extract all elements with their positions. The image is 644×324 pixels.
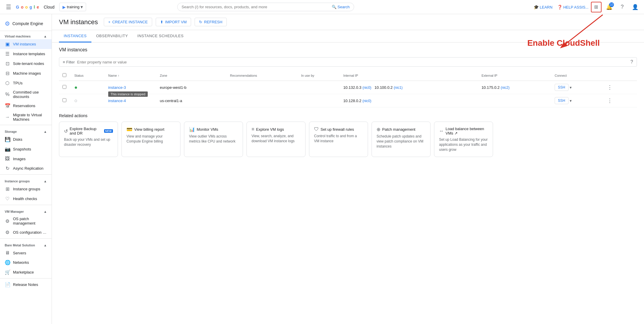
- action-card-firewall[interactable]: 🛡 Set up firewall rules Control traffic …: [309, 122, 368, 157]
- action-card-vm-logs[interactable]: ≡ Explore VM logs View, search, analyze,…: [247, 122, 305, 157]
- page-title: VM instances: [59, 18, 98, 26]
- section-vm-manager[interactable]: VM Manager ▲: [0, 206, 52, 215]
- notifications-button[interactable]: 🔔 10: [604, 2, 615, 12]
- instance-4-link[interactable]: instance-4: [108, 99, 126, 103]
- divider-2: [0, 174, 52, 175]
- ssh-dropdown-icon-2[interactable]: ▾: [570, 99, 572, 103]
- instance-4-checkbox[interactable]: [63, 98, 66, 102]
- action-card-billing[interactable]: 💳 View billing report View and manage yo…: [121, 122, 180, 157]
- sidebar-item-health-checks[interactable]: ♡ Health checks: [0, 194, 52, 204]
- col-header-connect: Connect: [551, 70, 601, 81]
- nic0-link[interactable]: (nic0): [362, 86, 371, 90]
- row-recommendations: [226, 81, 298, 94]
- tab-instance-schedules[interactable]: INSTANCE SCHEDULES: [133, 30, 188, 42]
- backup-dr-icon: ↺: [64, 128, 68, 134]
- sidebar-item-label: TPUs: [13, 81, 23, 85]
- sidebar-item-networks[interactable]: 🌐 Networks: [0, 258, 52, 267]
- action-card-load-balance[interactable]: ↔ Load balance between VMs ↗ Set up Load…: [434, 122, 493, 157]
- section-storage-chevron: ▲: [44, 130, 47, 133]
- sidebar-item-label: Migrate to Virtual Machines: [13, 113, 47, 122]
- action-card-desc: Set up Load Balancing for your applicati…: [439, 137, 488, 152]
- nic2-link[interactable]: (nic2): [501, 86, 510, 90]
- sidebar-item-tpus[interactable]: ⬡ TPUs: [0, 78, 52, 88]
- account-button[interactable]: 👤: [630, 2, 640, 12]
- section-instance-groups[interactable]: Instance groups ▲: [0, 176, 52, 184]
- col-header-in-use-by: In use by: [298, 70, 340, 81]
- col-header-name[interactable]: Name ↑: [105, 70, 156, 81]
- related-actions-header: Related actions: [59, 113, 637, 118]
- col-header-actions: [601, 70, 637, 81]
- compute-engine-icon: ⚙: [5, 20, 10, 27]
- compute-engine-header: ⚙ Compute Engine: [0, 17, 52, 31]
- project-selector[interactable]: ▶ training ▾: [59, 3, 86, 11]
- sidebar-item-label: Instance groups: [13, 187, 40, 191]
- sidebar-item-disks[interactable]: 💾 Disks: [0, 135, 52, 144]
- sidebar-item-servers[interactable]: 🖥 Servers: [0, 248, 52, 258]
- help-button[interactable]: ?: [617, 2, 627, 12]
- sidebar-item-committed-use[interactable]: % Committed use discounts: [0, 88, 52, 101]
- learn-link[interactable]: 🎓 LEARN: [534, 5, 553, 9]
- sidebar-item-marketplace[interactable]: 🛒 Marketplace: [0, 267, 52, 277]
- sidebar-item-vm-instances[interactable]: ▣ VM instances: [0, 39, 52, 49]
- tab-instances[interactable]: INSTANCES: [59, 30, 91, 42]
- marketplace-icon: 🛒: [5, 269, 10, 275]
- table-header-row: Status Name ↑ Zone Recommendations In us…: [59, 70, 637, 81]
- tab-observability[interactable]: OBSERVABILITY: [91, 30, 133, 42]
- sidebar-item-os-patch[interactable]: ⚙ OS patch management: [0, 215, 52, 228]
- refresh-button[interactable]: ↻ REFRESH: [195, 18, 227, 26]
- sidebar-item-migrate[interactable]: → Migrate to Virtual Machines: [0, 111, 52, 124]
- ssh-button-instance-4[interactable]: SSH: [555, 97, 569, 104]
- instance-3-link[interactable]: instance-3: [108, 85, 126, 90]
- migrate-icon: →: [5, 114, 10, 120]
- account-icon: 👤: [632, 4, 638, 10]
- sidebar-item-sole-tenant[interactable]: ⊡ Sole-tenant nodes: [0, 59, 52, 68]
- sidebar-item-reservations[interactable]: 📅 Reservations: [0, 101, 52, 111]
- cloudshell-button[interactable]: ⊞: [591, 2, 602, 12]
- sidebar-item-machine-images[interactable]: ⊟ Machine images: [0, 68, 52, 78]
- search-button[interactable]: 🔍 Search: [332, 5, 350, 9]
- more-menu-instance-3[interactable]: ⋮: [605, 83, 615, 91]
- table-row: ○ This instance is stopped instance-4 us…: [59, 94, 637, 107]
- sidebar-item-images[interactable]: 🖼 Images: [0, 154, 52, 163]
- import-vm-button[interactable]: ⬆ IMPORT VM: [156, 18, 191, 26]
- firewall-icon: 🛡: [314, 127, 319, 132]
- create-instance-button[interactable]: + CREATE INSTANCE: [104, 18, 152, 26]
- select-all-checkbox[interactable]: [63, 73, 66, 77]
- action-card-title: 💳 View billing report: [126, 127, 175, 132]
- sidebar-item-snapshots[interactable]: 📷 Snapshots: [0, 144, 52, 154]
- ssh-button-instance-3[interactable]: SSH: [555, 84, 569, 91]
- row-internal-ip: 10.128.0.2 (nic0): [340, 94, 478, 107]
- filter-help-icon[interactable]: ?: [630, 59, 633, 65]
- nic0-link-2[interactable]: (nic0): [362, 99, 371, 103]
- action-card-desc: Back up your VMs and set up disaster rec…: [64, 137, 113, 147]
- ssh-dropdown-icon[interactable]: ▾: [570, 85, 572, 90]
- row-external-ip: 10.175.0.2 (nic2): [478, 81, 551, 94]
- filter-icon: ≡: [63, 60, 65, 64]
- section-bare-metal[interactable]: Bare Metal Solution ▲: [0, 240, 52, 248]
- help-assist-link[interactable]: ❓ HELP ASSIS...: [557, 5, 589, 9]
- action-card-monitor[interactable]: 📊 Monitor VMs View outlier VMs across me…: [184, 122, 243, 157]
- sidebar-item-instance-templates[interactable]: ☰ Instance templates: [0, 49, 52, 59]
- more-menu-instance-4[interactable]: ⋮: [605, 96, 615, 105]
- filter-bar: ≡ Filter ?: [59, 57, 637, 67]
- section-ig-chevron: ▲: [44, 179, 47, 183]
- project-chevron: ▾: [80, 4, 83, 10]
- section-storage[interactable]: Storage ▲: [0, 126, 52, 135]
- section-virtual-machines[interactable]: Virtual machines ▲: [0, 31, 52, 39]
- action-card-backup-dr[interactable]: ↺ Explore Backup and DR NEW Back up your…: [59, 122, 118, 157]
- instance-3-checkbox[interactable]: [63, 85, 66, 89]
- sidebar-item-release-notes[interactable]: 📄 Release Notes: [0, 280, 52, 289]
- hamburger-menu[interactable]: ☰: [4, 1, 14, 13]
- sidebar-item-label: Disks: [13, 137, 22, 142]
- filter-input[interactable]: [77, 60, 628, 64]
- action-card-patch[interactable]: ⊕ Patch management Schedule patch update…: [372, 122, 431, 157]
- search-input[interactable]: [182, 5, 329, 9]
- monitor-icon: 📊: [189, 127, 195, 132]
- nic1-link[interactable]: (nic1): [394, 86, 402, 90]
- sidebar-item-instance-groups[interactable]: ⊞ Instance groups: [0, 184, 52, 194]
- sidebar-item-os-config[interactable]: ⚙ OS configuration manageme...: [0, 228, 52, 237]
- row-name: This instance is stopped instance-4: [105, 94, 156, 107]
- row-status: ●: [71, 81, 105, 94]
- sidebar-item-async-replication[interactable]: ↻ Async Replication: [0, 163, 52, 173]
- snapshots-icon: 📷: [5, 146, 10, 152]
